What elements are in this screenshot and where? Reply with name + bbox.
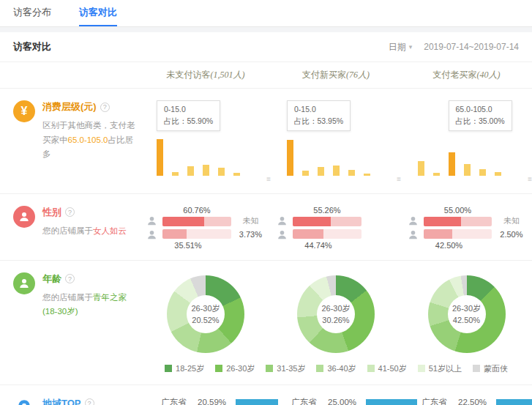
age-donut-new[interactable]: 26-30岁 30.26% [271, 272, 401, 353]
bar [449, 152, 455, 176]
donut-chart[interactable]: 26-30岁 30.26% [297, 275, 375, 353]
help-icon[interactable]: ? [65, 207, 75, 217]
help-icon[interactable]: ? [85, 398, 94, 405]
legend-label: 41-50岁 [378, 363, 407, 374]
column-header-old-buyers: 支付老买家(40人) [401, 69, 532, 81]
person-icon [13, 206, 35, 228]
female-icon [277, 215, 288, 226]
bar [172, 172, 179, 176]
age-donut-unpaid[interactable]: 26-30岁 20.52% [141, 272, 271, 353]
bar [233, 173, 240, 176]
bar [479, 169, 486, 176]
female-percent: 55.26% [293, 206, 361, 215]
donut-center-value: 42.50% [453, 316, 480, 324]
age-title: 年龄 ? [42, 272, 141, 286]
male-bar [162, 229, 187, 239]
male-bar [293, 229, 323, 239]
legend-swatch [215, 365, 222, 372]
bar [218, 168, 225, 176]
male-percent: 44.74% [293, 241, 344, 250]
legend-item: 36-40岁 [316, 363, 356, 374]
donut-chart[interactable]: 26-30岁 42.50% [428, 275, 506, 353]
male-icon [277, 229, 288, 240]
top-tabbar: 访客分布 访客对比 [0, 0, 532, 27]
gender-title: 性别 ? [42, 206, 127, 219]
gender-chart-unpaid[interactable]: 60.76% 未知 35.51% 3.73% [141, 206, 271, 250]
legend-swatch [165, 365, 172, 372]
bar [318, 167, 324, 176]
donut-center-label: 26-30岁 [191, 303, 220, 314]
date-range[interactable]: 2019-07-14~2019-07-14 [424, 42, 519, 52]
consumption-chart-old[interactable]: 65.0-105.0 占比：35.00% ≡ [401, 100, 532, 183]
chevron-down-icon: ▾ [409, 43, 413, 51]
legend-item: 18-25岁 [165, 363, 204, 374]
age-legend: 18-25岁26-30岁31-35岁36-40岁41-50岁51岁以上蒙面侠 [141, 363, 532, 374]
legend-swatch [473, 365, 480, 372]
male-bar [424, 229, 453, 239]
region-chart-old[interactable]: 广东省 22.50% 福建省 10.00% [401, 397, 532, 405]
chart-tooltip: 0-15.0 占比：53.95% [287, 100, 351, 131]
male-icon [408, 229, 419, 240]
legend-label: 18-25岁 [176, 363, 204, 374]
region-chart-unpaid[interactable]: 广东省 20.59% 浙江省 11.06% [141, 397, 271, 405]
legend-label: 31-35岁 [277, 363, 305, 374]
unknown-percent: 2.50% [497, 230, 525, 239]
date-filter-dropdown[interactable]: 日期 ▾ [389, 41, 413, 53]
gender-chart-old[interactable]: 55.00% 未知 42.50% 2.50% [401, 206, 532, 250]
gender-section: 性别 ? 您的店铺属于女人如云 60.76% 未知 [0, 194, 532, 261]
legend-swatch [418, 365, 425, 372]
legend-label: 51岁以上 [429, 363, 462, 374]
consumption-chart-unpaid[interactable]: 0-15.0 占比：55.90% ≡ [141, 100, 271, 183]
location-pin-icon [13, 397, 35, 405]
chart-detail-icon[interactable]: ≡ [528, 176, 532, 183]
donut-center-label: 26-30岁 [452, 303, 481, 314]
bar [287, 140, 293, 176]
bar-chart[interactable] [157, 137, 255, 176]
region-row: 广东省 22.50% [422, 397, 532, 405]
unknown-label: 未知 [497, 216, 525, 226]
help-icon[interactable]: ? [100, 103, 110, 112]
tab-visitor-distribution[interactable]: 访客分布 [13, 0, 51, 26]
age-donut-old[interactable]: 26-30岁 42.50% [401, 272, 532, 353]
column-header-unpaid: 未支付访客(1,501人) [141, 69, 271, 81]
bar [495, 172, 501, 176]
region-section: 地域TOP ? 您的访客聚集在广东省 广东省 20.59% 浙江省 11.06% [0, 385, 532, 405]
unknown-percent: 3.73% [236, 230, 265, 239]
bar [348, 170, 355, 176]
male-percent: 42.50% [424, 241, 475, 250]
column-header-new-buyers: 支付新买家(76人) [271, 69, 401, 81]
gender-description: 您的店铺属于女人如云 [42, 224, 127, 239]
unknown-label: 未知 [236, 216, 265, 226]
legend-swatch [367, 365, 375, 372]
bar [157, 139, 163, 176]
bar-chart[interactable] [287, 137, 385, 176]
bar [333, 166, 340, 176]
bar [203, 165, 209, 176]
consumption-chart-new[interactable]: 0-15.0 占比：53.95% ≡ [271, 100, 401, 183]
gender-chart-new[interactable]: 55.26% 44.74% [271, 206, 401, 250]
bar-chart[interactable] [418, 137, 516, 176]
female-percent: 55.00% [424, 206, 492, 215]
donut-chart[interactable]: 26-30岁 20.52% [167, 275, 244, 353]
female-percent: 60.76% [162, 206, 231, 215]
region-chart-new[interactable]: 广东省 25.00% 浙江省 11.84% [271, 397, 401, 405]
female-icon [408, 215, 419, 226]
tab-visitor-compare[interactable]: 访客对比 [79, 0, 117, 26]
legend-item: 蒙面侠 [473, 363, 508, 374]
region-row: 广东省 20.59% [161, 397, 278, 405]
region-bar [496, 399, 532, 405]
legend-item: 26-30岁 [215, 363, 255, 374]
age-description: 您的店铺属于青年之家(18-30岁) [42, 291, 141, 319]
help-icon[interactable]: ? [65, 274, 75, 283]
person-icon [13, 272, 35, 294]
page-title: 访客对比 [13, 40, 51, 53]
legend-label: 36-40岁 [327, 363, 356, 374]
female-bar [424, 217, 462, 226]
donut-center-value: 20.52% [192, 316, 219, 324]
male-percent: 35.51% [162, 241, 214, 250]
column-headers: 未支付访客(1,501人) 支付新买家(76人) 支付老买家(40人) [0, 62, 532, 89]
bar [187, 166, 194, 176]
female-bar [162, 217, 204, 226]
legend-item: 41-50岁 [367, 363, 407, 374]
legend-swatch [316, 365, 323, 372]
